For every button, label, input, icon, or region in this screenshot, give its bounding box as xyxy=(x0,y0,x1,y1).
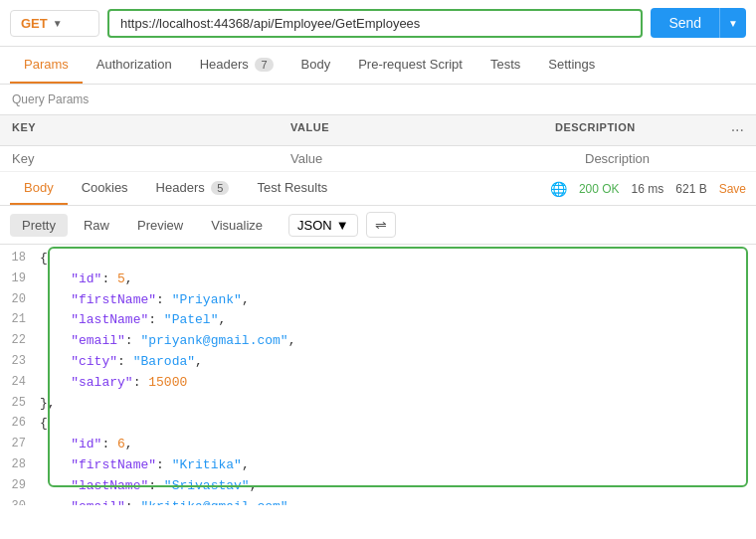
chevron-down-icon: ▼ xyxy=(53,18,63,29)
json-text: "id": 5, xyxy=(40,270,748,290)
json-text: { xyxy=(40,414,748,435)
tab-test-results[interactable]: Test Results xyxy=(243,172,341,205)
line-number: 19 xyxy=(8,270,40,290)
tab-tests[interactable]: Tests xyxy=(476,47,534,84)
col-key-header: KEY xyxy=(12,121,290,139)
json-line-28: 28 "firstName": "Kritika", xyxy=(0,455,756,476)
json-content: 18 { 19 "id": 5, 20 "firstName": "Priyan… xyxy=(0,245,756,505)
json-line-18: 18 { xyxy=(0,249,756,270)
response-status: 🌐 200 OK 16 ms 621 B Save xyxy=(550,181,746,197)
line-number: 21 xyxy=(8,310,40,331)
send-dropdown-icon[interactable]: ▼ xyxy=(720,12,746,35)
query-params-label: Query Params xyxy=(0,85,756,114)
status-code: 200 OK xyxy=(579,182,620,196)
method-select[interactable]: GET ▼ xyxy=(10,10,99,37)
key-input[interactable] xyxy=(12,151,290,166)
json-text: "lastName": "Patel", xyxy=(40,310,748,331)
line-number: 29 xyxy=(8,476,40,497)
view-tab-pretty[interactable]: Pretty xyxy=(10,214,68,237)
request-tabs: Params Authorization Headers 7 Body Pre-… xyxy=(0,47,756,85)
headers-response-badge: 5 xyxy=(211,181,229,195)
desc-cell[interactable] xyxy=(585,151,744,166)
line-number: 24 xyxy=(8,373,40,394)
response-header: Body Cookies Headers 5 Test Results 🌐 20… xyxy=(0,172,756,206)
json-text: "firstName": "Priyank", xyxy=(40,290,748,311)
json-line-19: 19 "id": 5, xyxy=(0,270,756,290)
value-cell[interactable] xyxy=(290,151,585,166)
desc-input[interactable] xyxy=(585,151,744,166)
tab-body-response[interactable]: Body xyxy=(10,172,68,205)
url-container xyxy=(107,9,643,38)
json-text: { xyxy=(40,249,748,270)
line-number: 30 xyxy=(8,497,40,505)
more-options-icon[interactable]: ··· xyxy=(714,121,744,139)
line-number: 26 xyxy=(8,414,40,435)
line-number: 23 xyxy=(8,352,40,373)
json-text: "email": "priyank@gmail.com", xyxy=(40,331,748,352)
json-text: "lastName": "Srivastav", xyxy=(40,476,748,497)
headers-badge: 7 xyxy=(255,58,273,72)
line-number: 22 xyxy=(8,331,40,352)
tab-body[interactable]: Body xyxy=(287,47,345,84)
col-desc-header: DESCRIPTION xyxy=(555,121,714,139)
table-row xyxy=(0,146,756,172)
tab-authorization[interactable]: Authorization xyxy=(83,47,186,84)
tab-headers[interactable]: Headers 7 xyxy=(186,47,287,84)
tab-headers-response[interactable]: Headers 5 xyxy=(142,172,244,205)
json-line-23: 23 "city": "Baroda", xyxy=(0,352,756,373)
line-number: 28 xyxy=(8,455,40,476)
line-number: 25 xyxy=(8,394,40,415)
format-select[interactable]: JSON ▼ xyxy=(288,214,358,237)
response-size: 621 B xyxy=(675,182,706,196)
json-text: "id": 6, xyxy=(40,435,748,455)
tab-params[interactable]: Params xyxy=(10,47,83,84)
app-container: GET ▼ Send ▼ Params Authorization Header… xyxy=(0,0,756,539)
json-line-24: 24 "salary": 15000 xyxy=(0,373,756,394)
tab-settings[interactable]: Settings xyxy=(534,47,609,84)
view-tab-preview[interactable]: Preview xyxy=(125,214,195,237)
line-number: 18 xyxy=(8,249,40,270)
json-text: }, xyxy=(40,394,748,415)
json-line-25: 25 }, xyxy=(0,394,756,415)
response-time: 16 ms xyxy=(632,182,664,196)
json-line-20: 20 "firstName": "Priyank", xyxy=(0,290,756,311)
key-cell[interactable] xyxy=(12,151,290,166)
json-text: "city": "Baroda", xyxy=(40,352,748,373)
col-value-header: VALUE xyxy=(290,121,555,139)
format-chevron-icon: ▼ xyxy=(336,218,349,233)
send-button[interactable]: Send ▼ xyxy=(651,8,746,38)
json-line-21: 21 "lastName": "Patel", xyxy=(0,310,756,331)
format-label: JSON xyxy=(297,218,332,233)
wrap-button[interactable]: ⇌ xyxy=(366,212,396,238)
json-text: "firstName": "Kritika", xyxy=(40,455,748,476)
json-line-29: 29 "lastName": "Srivastav", xyxy=(0,476,756,497)
send-label: Send xyxy=(651,9,719,37)
value-input[interactable] xyxy=(290,151,585,166)
top-bar: GET ▼ Send ▼ xyxy=(0,0,756,47)
json-line-27: 27 "id": 6, xyxy=(0,435,756,455)
url-input[interactable] xyxy=(107,9,643,38)
globe-icon: 🌐 xyxy=(550,181,567,197)
line-number: 27 xyxy=(8,435,40,455)
view-tab-raw[interactable]: Raw xyxy=(72,214,121,237)
view-tabs: Pretty Raw Preview Visualize JSON ▼ ⇌ xyxy=(0,206,756,245)
view-tab-visualize[interactable]: Visualize xyxy=(199,214,275,237)
json-line-26: 26 { xyxy=(0,414,756,435)
json-text: "salary": 15000 xyxy=(40,373,748,394)
table-header: KEY VALUE DESCRIPTION ··· xyxy=(0,114,756,146)
tab-cookies[interactable]: Cookies xyxy=(68,172,142,205)
json-line-30: 30 "email": "kritika@gmail.com", xyxy=(0,497,756,505)
save-response[interactable]: Save xyxy=(719,182,746,196)
method-label: GET xyxy=(21,16,48,31)
json-line-22: 22 "email": "priyank@gmail.com", xyxy=(0,331,756,352)
tab-pre-request[interactable]: Pre-request Script xyxy=(344,47,476,84)
json-text: "email": "kritika@gmail.com", xyxy=(40,497,748,505)
line-number: 20 xyxy=(8,290,40,311)
